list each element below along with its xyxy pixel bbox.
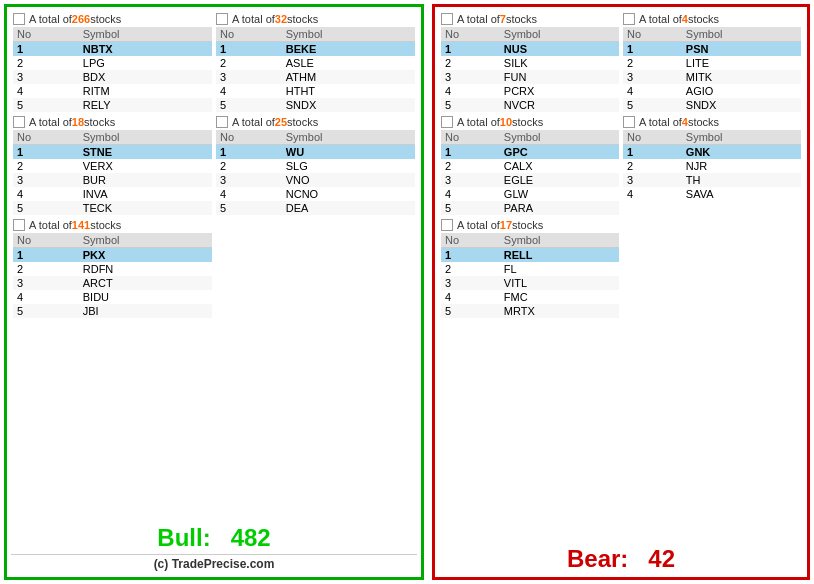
row-number: 4	[623, 187, 682, 201]
row-symbol: RDFN	[79, 262, 212, 276]
table-row: 2SLG	[216, 159, 415, 173]
table-row: 4BIDU	[13, 290, 212, 304]
row-number: 3	[441, 276, 500, 290]
table-header: Symbol	[282, 130, 415, 145]
table-row: 3BUR	[13, 173, 212, 187]
row-symbol: AGIO	[682, 84, 801, 98]
table-header: No	[216, 130, 282, 145]
row-number: 3	[441, 70, 500, 84]
row-number: 1	[441, 248, 500, 263]
row-symbol: PCRX	[500, 84, 619, 98]
row-number: 2	[623, 159, 682, 173]
group-checkbox[interactable]	[441, 13, 453, 25]
row-number: 5	[441, 201, 500, 215]
bear-value: 42	[648, 545, 675, 572]
row-number: 5	[13, 201, 79, 215]
table-row: 4PCRX	[441, 84, 619, 98]
row-symbol: GLW	[500, 187, 619, 201]
stock-table: NoSymbol1STNE2VERX3BUR4INVA5TECK	[13, 130, 212, 215]
row-number: 4	[216, 187, 282, 201]
stock-group: A total of 7 stocksNoSymbol1NUS2SILK3FUN…	[441, 13, 619, 112]
row-number: 2	[623, 56, 682, 70]
table-row: 2LPG	[13, 56, 212, 70]
footer-text: (c) TradePrecise.com	[11, 554, 417, 573]
row-symbol: NUS	[500, 42, 619, 57]
table-row: 4HTHT	[216, 84, 415, 98]
row-number: 3	[13, 276, 79, 290]
row-number: 2	[216, 56, 282, 70]
group-checkbox[interactable]	[441, 219, 453, 231]
row-symbol: FL	[500, 262, 619, 276]
table-row: 2CALX	[441, 159, 619, 173]
row-symbol: NVCR	[500, 98, 619, 112]
stock-table: NoSymbol1NUS2SILK3FUN4PCRX5NVCR	[441, 27, 619, 112]
row-symbol: TH	[682, 173, 801, 187]
row-symbol: BDX	[79, 70, 212, 84]
group-count: 32	[275, 13, 287, 25]
row-number: 2	[441, 159, 500, 173]
table-row: 5SNDX	[216, 98, 415, 112]
stock-group: A total of 18 stocksNoSymbol1STNE2VERX3B…	[13, 116, 212, 215]
group-checkbox[interactable]	[13, 13, 25, 25]
group-checkbox[interactable]	[623, 116, 635, 128]
row-symbol: EGLE	[500, 173, 619, 187]
table-row: 5SNDX	[623, 98, 801, 112]
row-symbol: SNDX	[282, 98, 415, 112]
row-number: 4	[441, 187, 500, 201]
table-row: 5DEA	[216, 201, 415, 215]
row-number: 2	[441, 56, 500, 70]
group-checkbox[interactable]	[623, 13, 635, 25]
row-symbol: CALX	[500, 159, 619, 173]
table-row: 2RDFN	[13, 262, 212, 276]
table-row: 4RITM	[13, 84, 212, 98]
row-symbol: RELY	[79, 98, 212, 112]
table-row: 1BEKE	[216, 42, 415, 57]
row-number: 5	[623, 98, 682, 112]
row-symbol: PARA	[500, 201, 619, 215]
row-number: 4	[13, 84, 79, 98]
group-checkbox[interactable]	[216, 116, 228, 128]
bear-col-2: A total of 4 stocksNoSymbol1PSN2LITE3MIT…	[621, 11, 803, 537]
table-row: 4NCNO	[216, 187, 415, 201]
row-symbol: DEA	[282, 201, 415, 215]
table-row: 2ASLE	[216, 56, 415, 70]
row-number: 1	[623, 42, 682, 57]
row-symbol: GPC	[500, 145, 619, 160]
table-row: 5MRTX	[441, 304, 619, 318]
stock-group: A total of 266 stocksNoSymbol1NBTX2LPG3B…	[13, 13, 212, 112]
group-checkbox[interactable]	[216, 13, 228, 25]
group-checkbox[interactable]	[441, 116, 453, 128]
table-header: Symbol	[79, 27, 212, 42]
table-header: No	[441, 233, 500, 248]
table-row: 1NBTX	[13, 42, 212, 57]
row-symbol: NJR	[682, 159, 801, 173]
table-header: Symbol	[500, 233, 619, 248]
table-header: Symbol	[682, 27, 801, 42]
group-count: 141	[72, 219, 90, 231]
table-row: 4INVA	[13, 187, 212, 201]
table-header: No	[441, 130, 500, 145]
row-number: 4	[441, 84, 500, 98]
row-number: 1	[623, 145, 682, 160]
stock-group: A total of 141 stocksNoSymbol1PKX2RDFN3A…	[13, 219, 212, 318]
stock-group: A total of 25 stocksNoSymbol1WU2SLG3VNO4…	[216, 116, 415, 215]
table-row: 5PARA	[441, 201, 619, 215]
group-count: 7	[500, 13, 506, 25]
row-symbol: SNDX	[682, 98, 801, 112]
row-number: 1	[13, 42, 79, 57]
row-number: 1	[13, 145, 79, 160]
row-number: 3	[13, 70, 79, 84]
group-count: 10	[500, 116, 512, 128]
row-symbol: BIDU	[79, 290, 212, 304]
table-row: 1RELL	[441, 248, 619, 263]
group-checkbox[interactable]	[13, 219, 25, 231]
row-symbol: ARCT	[79, 276, 212, 290]
group-header: A total of 7 stocks	[441, 13, 619, 25]
table-header: Symbol	[500, 27, 619, 42]
table-row: 3EGLE	[441, 173, 619, 187]
row-number: 2	[441, 262, 500, 276]
row-number: 1	[216, 145, 282, 160]
row-number: 3	[216, 70, 282, 84]
group-checkbox[interactable]	[13, 116, 25, 128]
group-count: 4	[682, 116, 688, 128]
